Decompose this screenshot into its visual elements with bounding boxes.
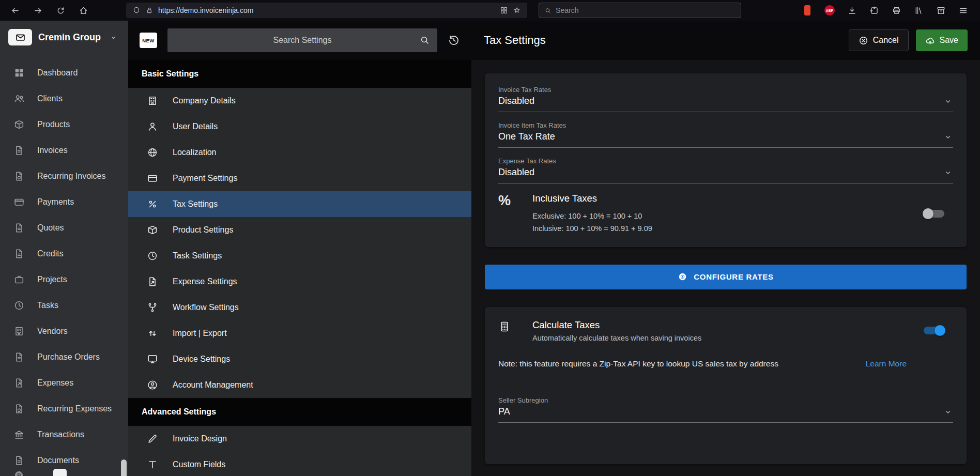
main-header: Tax Settings Cancel Save — [471, 21, 980, 60]
zip-tax-note-row: Note: this feature requires a Zip-Tax AP… — [498, 358, 953, 370]
invoice-design-icon — [147, 433, 158, 444]
quotes-icon — [13, 222, 25, 234]
expense-settings-icon — [147, 276, 158, 287]
field-label: Invoice Item Tax Rates — [498, 121, 953, 129]
sidebar-partial-button[interactable] — [53, 469, 67, 476]
toggle-knob — [923, 208, 933, 219]
sidebar-item-expenses[interactable]: Expenses — [0, 370, 128, 396]
settings-header: NEW — [128, 21, 471, 60]
settings-item-workflow-settings[interactable]: Workflow Settings — [128, 295, 471, 320]
section-basic-settings: Basic Settings — [128, 60, 471, 88]
field-label: Seller Subregion — [498, 396, 953, 404]
sidebar-item-recurring-invoices[interactable]: Recurring Invoices — [0, 163, 128, 189]
sidebar-item-products[interactable]: Products — [0, 112, 128, 137]
sidebar-item-tasks[interactable]: Tasks — [0, 293, 128, 318]
url-bar[interactable]: https://demo.invoiceninja.com — [126, 3, 527, 18]
sidebar-item-credits[interactable]: Credits — [0, 241, 128, 267]
user-details-icon — [147, 121, 158, 132]
settings-item-company-details[interactable]: Company Details — [128, 88, 471, 114]
abp-extension-icon[interactable]: ABP — [821, 3, 838, 18]
settings-item-invoice-design[interactable]: Invoice Design — [128, 426, 471, 452]
chevron-down-icon — [943, 132, 953, 142]
menu-icon[interactable] — [954, 3, 972, 18]
task-settings-icon — [147, 250, 158, 262]
settings-item-expense-settings[interactable]: Expense Settings — [128, 269, 471, 295]
settings-item-custom-fields[interactable]: Custom Fields — [128, 452, 471, 476]
ublock-extension-icon[interactable] — [799, 3, 816, 18]
sidebar-item-transactions[interactable]: Transactions — [0, 422, 128, 448]
settings-search[interactable] — [167, 28, 437, 52]
browser-search-input[interactable] — [556, 6, 736, 14]
select-invoice-tax-rates[interactable]: Invoice Tax Rates Disabled — [498, 86, 953, 112]
import-export-icon — [147, 328, 158, 339]
sidebar-scrollbar[interactable] — [121, 459, 127, 476]
bookmark-star-icon[interactable] — [513, 6, 521, 14]
settings-item-tax-settings[interactable]: Tax Settings — [128, 191, 471, 217]
print-icon[interactable] — [887, 3, 905, 18]
inclusive-taxes-toggle[interactable] — [924, 210, 944, 218]
calculate-taxes-toggle[interactable] — [924, 327, 944, 334]
localization-icon — [147, 147, 158, 158]
chevron-down-icon — [943, 96, 953, 106]
sidebar-item-payments[interactable]: Payments — [0, 189, 128, 215]
workflow-settings-icon — [147, 302, 158, 313]
settings-item-user-details[interactable]: User Details — [128, 114, 471, 140]
configure-rates-button[interactable]: CONFIGURE RATES — [485, 265, 967, 289]
sidebar-item-recurring-expenses[interactable]: Recurring Expenses — [0, 396, 128, 422]
lock-icon[interactable] — [145, 6, 154, 14]
sidebar-item-purchase-orders[interactable]: Purchase Orders — [0, 344, 128, 370]
chevron-down-icon — [943, 167, 953, 178]
forward-button[interactable] — [29, 3, 47, 18]
library-icon[interactable] — [910, 3, 927, 18]
chevron-down-icon — [109, 33, 118, 42]
settings-item-device-settings[interactable]: Device Settings — [128, 346, 471, 372]
collections-icon[interactable] — [500, 6, 508, 14]
field-value: PA — [498, 406, 943, 417]
select-expense-tax-rates[interactable]: Expense Tax Rates Disabled — [498, 157, 953, 183]
home-button[interactable] — [74, 3, 92, 18]
clients-icon — [13, 93, 25, 104]
company-selector[interactable]: Cremin Group — [0, 21, 128, 54]
settings-item-localization[interactable]: Localization — [128, 140, 471, 165]
shield-icon[interactable] — [132, 6, 141, 14]
sidebar-item-vendors[interactable]: Vendors — [0, 318, 128, 344]
sidebar-item-dashboard[interactable]: Dashboard — [0, 60, 128, 86]
purchase-orders-icon — [13, 351, 25, 363]
downloads-icon[interactable] — [843, 3, 861, 18]
save-button[interactable]: Save — [916, 29, 968, 51]
save-page-icon[interactable] — [932, 3, 950, 18]
calculate-taxes-row: Calculate Taxes Automatically calculate … — [498, 319, 953, 342]
settings-item-payment-settings[interactable]: Payment Settings — [128, 165, 471, 191]
settings-item-task-settings[interactable]: Task Settings — [128, 243, 471, 269]
learn-more-link[interactable]: Learn More — [866, 359, 907, 368]
settings-item-import-export[interactable]: Import | Export — [128, 320, 471, 346]
settings-item-account-management[interactable]: Account Management — [128, 372, 471, 398]
product-settings-icon — [147, 224, 158, 236]
select-invoice-item-tax-rates[interactable]: Invoice Item Tax Rates One Tax Rate — [498, 121, 953, 148]
settings-item-product-settings[interactable]: Product Settings — [128, 217, 471, 243]
vendors-icon — [13, 326, 25, 337]
payments-icon — [13, 196, 25, 208]
sidebar-item-projects[interactable]: Projects — [0, 267, 128, 293]
account-management-icon — [147, 379, 158, 391]
toggle-knob — [935, 325, 945, 336]
sidebar-item-quotes[interactable]: Quotes — [0, 215, 128, 241]
sidebar-item-clients[interactable]: Clients — [0, 86, 128, 112]
settings-panel: NEW Basic Settings Company Details User … — [128, 21, 471, 476]
settings-search-input[interactable] — [167, 28, 437, 52]
reload-button[interactable] — [52, 3, 69, 18]
zip-tax-note: Note: this feature requires a Zip-Tax AP… — [498, 358, 782, 370]
browser-search[interactable] — [539, 3, 741, 18]
browser-toolbar: https://demo.invoiceninja.com ABP — [0, 0, 980, 21]
cancel-button[interactable]: Cancel — [849, 29, 909, 51]
extension-puzzle-icon[interactable] — [865, 3, 883, 18]
projects-icon — [13, 274, 25, 285]
back-button[interactable] — [6, 3, 24, 18]
calculate-taxes-subtitle: Automatically calculate taxes when savin… — [532, 334, 915, 342]
payment-settings-icon — [147, 173, 158, 184]
select-seller-subregion[interactable]: Seller Subregion PA — [498, 396, 953, 423]
settings-gear-icon[interactable] — [13, 470, 24, 476]
sidebar-item-invoices[interactable]: Invoices — [0, 137, 128, 163]
field-value: Disabled — [498, 96, 943, 106]
history-icon[interactable] — [448, 34, 460, 47]
